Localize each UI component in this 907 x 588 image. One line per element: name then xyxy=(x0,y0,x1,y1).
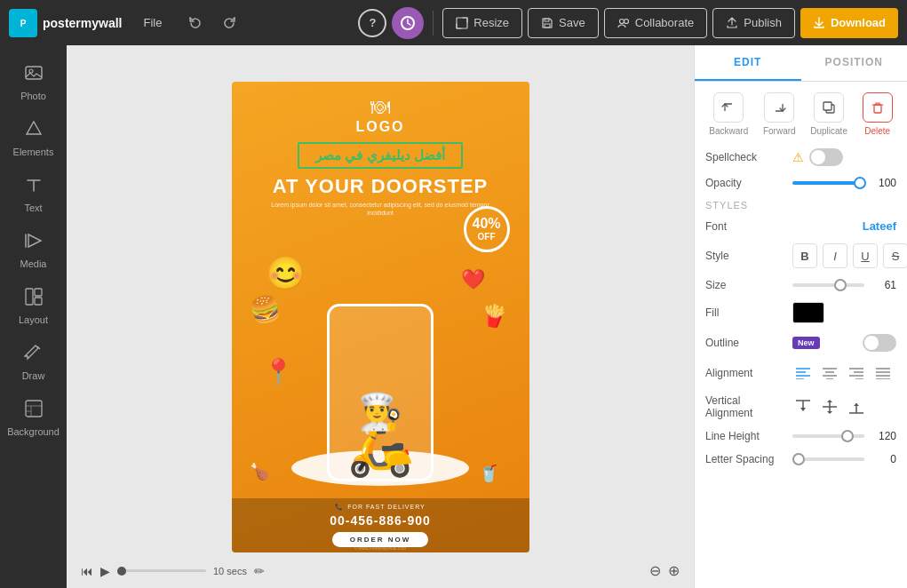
forward-label: Forward xyxy=(763,126,796,136)
poster-fries: 🍟 xyxy=(478,301,508,330)
timeline-bar[interactable] xyxy=(117,569,206,572)
sidebar-item-media[interactable]: Media xyxy=(7,224,60,276)
poster-drink: 🥤 xyxy=(479,464,498,483)
media-icon xyxy=(24,231,44,255)
fill-row: Fill xyxy=(705,302,896,323)
collaborate-button[interactable]: Collaborate xyxy=(604,8,708,38)
align-justify-button[interactable] xyxy=(872,362,894,384)
letter-spacing-value: 0 xyxy=(870,453,896,465)
line-height-value: 120 xyxy=(870,430,896,442)
outline-content: New xyxy=(792,334,896,352)
zoom-out-button[interactable]: ⊖ xyxy=(649,562,661,579)
sidebar-label-background: Background xyxy=(7,426,60,437)
poster[interactable]: 🍽 LOGO أفضل ديليفري في مصر AT YOUR DOORS… xyxy=(232,82,529,552)
outline-toggle[interactable] xyxy=(863,334,896,352)
sidebar-item-layout[interactable]: Layout xyxy=(7,280,60,332)
poster-bottom-strip: 📞 FOR FAST DELIVERY 00-456-886-900 ORDER… xyxy=(232,498,529,552)
help-button[interactable]: ? xyxy=(358,9,386,37)
poster-arabic-banner[interactable]: أفضل ديليفري في مصر xyxy=(298,142,463,169)
duplicate-label: Duplicate xyxy=(810,126,847,136)
letter-spacing-content: 0 xyxy=(792,453,896,465)
forward-icon xyxy=(764,92,794,123)
fill-label: Fill xyxy=(705,306,785,319)
duplicate-button[interactable]: Duplicate xyxy=(810,92,847,136)
undo-button[interactable] xyxy=(181,9,210,37)
sidebar-item-background[interactable]: Background xyxy=(7,392,60,444)
elements-icon xyxy=(24,119,44,143)
tab-position[interactable]: POSITION xyxy=(801,45,908,81)
brand-logo[interactable]: P xyxy=(9,9,37,37)
skip-back-button[interactable]: ⏮ xyxy=(81,564,93,578)
spellcheck-toggle[interactable] xyxy=(809,148,843,166)
outline-toggle-knob xyxy=(864,336,879,350)
sidebar-label-photo: Photo xyxy=(20,91,46,101)
spellcheck-warning-icon: ⚠ xyxy=(792,150,804,164)
publish-button[interactable]: Publish xyxy=(712,8,795,38)
spellcheck-label: Spellcheck xyxy=(705,151,785,163)
active-tool-button[interactable] xyxy=(392,7,424,39)
sidebar-label-elements: Elements xyxy=(13,147,54,157)
timeline-knob[interactable] xyxy=(117,567,126,576)
poster-headline[interactable]: AT YOUR DOORSTEP xyxy=(273,176,489,197)
opacity-slider[interactable] xyxy=(792,181,864,185)
backward-icon xyxy=(713,92,744,123)
delete-button[interactable]: Delete xyxy=(863,92,893,136)
main-toolbar: P postermywall File ? Resize xyxy=(0,0,907,45)
play-button[interactable]: ▶ xyxy=(100,564,110,578)
sidebar-item-elements[interactable]: Elements xyxy=(7,112,60,164)
canvas-container[interactable]: 🍽 LOGO أفضل ديليفري في مصر AT YOUR DOORS… xyxy=(232,82,529,552)
strikethrough-button[interactable]: S xyxy=(883,243,907,268)
line-height-slider[interactable] xyxy=(792,434,864,438)
main-area: Photo Elements Text xyxy=(0,45,907,588)
spellcheck-content: ⚠ xyxy=(792,148,896,166)
opacity-knob[interactable] xyxy=(854,177,866,189)
line-height-knob[interactable] xyxy=(841,430,854,442)
text-icon xyxy=(24,175,44,199)
right-panel-tabs: EDIT POSITION xyxy=(695,45,907,82)
underline-button[interactable]: U xyxy=(853,243,878,268)
poster-phone-label: 📞 FOR FAST DELIVERY xyxy=(335,504,426,511)
italic-button[interactable]: I xyxy=(823,243,847,268)
align-right-button[interactable] xyxy=(846,362,867,384)
file-menu[interactable]: File xyxy=(136,12,169,33)
fill-color-swatch[interactable] xyxy=(792,302,824,323)
vertical-alignment-label: Vertical Alignment xyxy=(705,394,785,419)
size-slider[interactable] xyxy=(792,283,864,287)
valign-middle-button[interactable] xyxy=(819,396,840,417)
font-value[interactable]: Lateef xyxy=(792,219,896,233)
letter-spacing-knob[interactable] xyxy=(792,453,805,465)
valign-bottom-button[interactable] xyxy=(846,396,867,417)
sidebar-label-media: Media xyxy=(20,258,47,269)
align-center-button[interactable] xyxy=(819,362,840,384)
align-left-button[interactable] xyxy=(792,362,814,384)
styles-section-label: Styles xyxy=(705,200,896,211)
outline-new-badge: New xyxy=(792,337,820,349)
size-content: 61 xyxy=(792,279,896,291)
zoom-controls: ⊖ ⊕ xyxy=(649,562,680,579)
svg-rect-15 xyxy=(26,401,42,417)
redo-button[interactable] xyxy=(215,9,243,37)
poster-logo-icon: 🍽 xyxy=(370,96,390,119)
letter-spacing-slider[interactable] xyxy=(792,457,864,461)
sidebar-item-draw[interactable]: Draw xyxy=(7,336,60,388)
bold-button[interactable]: B xyxy=(792,243,817,268)
zoom-in-button[interactable]: ⊕ xyxy=(668,562,680,579)
save-button[interactable]: Save xyxy=(528,8,599,38)
tab-edit[interactable]: EDIT xyxy=(695,45,801,81)
style-content: B I U S xyxy=(792,243,907,268)
canvas-bottom-bar: ⏮ ▶ 10 secs ✏ ⊖ ⊕ xyxy=(67,562,694,579)
poster-burger-left: 🍔 xyxy=(246,291,283,328)
resize-button[interactable]: Resize xyxy=(442,8,522,38)
backward-button[interactable]: Backward xyxy=(709,92,748,136)
size-knob[interactable] xyxy=(834,279,847,291)
valign-top-button[interactable] xyxy=(792,396,814,417)
sidebar-item-text[interactable]: Text xyxy=(7,168,60,220)
badge-off: OFF xyxy=(478,232,496,242)
size-label: Size xyxy=(705,279,785,291)
forward-button[interactable]: Forward xyxy=(763,92,796,136)
size-row: Size 61 xyxy=(705,279,896,291)
edit-duration-button[interactable]: ✏ xyxy=(254,564,265,578)
download-button[interactable]: Download xyxy=(800,8,898,38)
right-panel: EDIT POSITION Backward xyxy=(694,45,907,588)
sidebar-item-photo[interactable]: Photo xyxy=(7,56,60,108)
